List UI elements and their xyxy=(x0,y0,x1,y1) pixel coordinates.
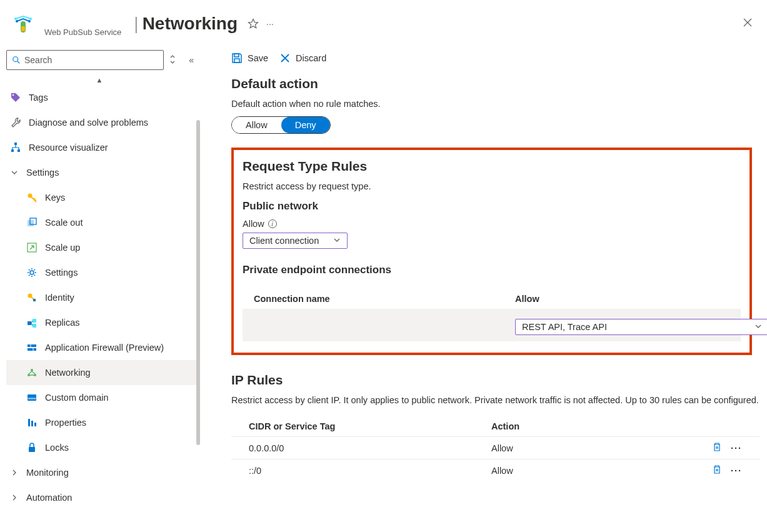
discard-button[interactable]: Discard xyxy=(279,53,326,64)
svg-rect-8 xyxy=(14,143,17,145)
close-button[interactable] xyxy=(738,13,758,36)
ip-rules-desc: Restrict access by client IP. It only ap… xyxy=(231,395,759,405)
sidebar-item-label: Properties xyxy=(45,418,86,428)
dropdown-value: REST API, Trace API xyxy=(522,322,607,332)
public-network-heading: Public network xyxy=(243,200,741,213)
sidebar-item-label: Identity xyxy=(45,293,74,303)
svg-rect-31 xyxy=(29,447,35,452)
sidebar-item-replicas[interactable]: Replicas xyxy=(6,310,196,335)
chevron-down-icon xyxy=(333,236,341,246)
sidebar-item-label: Networking xyxy=(45,368,91,378)
sidebar-item-label: Replicas xyxy=(45,318,80,328)
svg-point-7 xyxy=(13,94,14,96)
sidebar-item-networking[interactable]: Networking xyxy=(6,360,196,385)
lock-icon xyxy=(26,442,38,453)
default-action-toggle: Allow Deny xyxy=(231,116,331,134)
sidebar: « ▲ Tags Diagnose and solve problems Res… xyxy=(0,45,200,532)
sidebar-item-label: Scale out xyxy=(45,218,83,228)
chevron-right-icon xyxy=(10,494,19,501)
row-more-icon[interactable]: ··· xyxy=(731,466,742,476)
toggle-deny[interactable]: Deny xyxy=(281,117,330,133)
service-icon xyxy=(12,13,34,35)
dropdown-value: Client connection xyxy=(249,236,319,246)
service-type-label: Web PubSub Service xyxy=(44,28,121,37)
private-endpoint-allow-dropdown[interactable]: REST API, Trace API xyxy=(515,319,767,335)
sidebar-item-properties[interactable]: Properties xyxy=(6,410,196,435)
scale-out-icon xyxy=(26,217,38,228)
info-icon[interactable]: i xyxy=(268,219,277,228)
row-more-icon[interactable]: ··· xyxy=(731,443,742,453)
search-input[interactable] xyxy=(24,55,158,65)
collapse-sidebar-icon[interactable]: « xyxy=(189,55,194,65)
key-icon xyxy=(26,192,38,203)
sidebar-item-label: Tags xyxy=(29,93,48,103)
favorite-star-icon[interactable] xyxy=(248,18,259,29)
wrench-icon xyxy=(10,117,21,128)
expand-updown-icon[interactable] xyxy=(169,54,176,66)
search-box[interactable] xyxy=(6,50,164,70)
sidebar-scrollbar[interactable] xyxy=(196,120,200,445)
sidebar-item-keys[interactable]: Keys xyxy=(6,185,196,210)
scroll-up-indicator[interactable]: ▲ xyxy=(6,75,193,85)
svg-rect-17 xyxy=(33,299,36,301)
svg-point-0 xyxy=(14,18,17,20)
svg-rect-19 xyxy=(33,319,36,323)
delete-rule-button[interactable] xyxy=(712,442,722,454)
chevron-right-icon xyxy=(10,469,19,476)
search-icon xyxy=(12,56,21,64)
more-actions-icon[interactable]: ··· xyxy=(266,19,274,29)
delete-rule-button[interactable] xyxy=(712,464,722,476)
sidebar-group-monitoring[interactable]: Monitoring xyxy=(6,460,196,485)
save-label: Save xyxy=(248,53,268,63)
sidebar-item-label: Diagnose and solve problems xyxy=(29,118,148,128)
sidebar-item-app-firewall[interactable]: Application Firewall (Preview) xyxy=(6,335,196,360)
sidebar-group-label: Automation xyxy=(26,493,72,503)
page-header: Web PubSub Service | Networking ··· xyxy=(0,0,767,45)
svg-rect-10 xyxy=(18,149,20,152)
replicas-icon xyxy=(26,317,38,328)
svg-rect-20 xyxy=(33,324,36,328)
sidebar-item-identity[interactable]: Identity xyxy=(6,285,196,310)
scale-up-icon xyxy=(26,242,38,253)
sidebar-item-label: Locks xyxy=(45,443,69,453)
header-divider: | xyxy=(134,14,138,34)
sidebar-item-custom-domain[interactable]: www Custom domain xyxy=(6,385,196,410)
sidebar-item-label: Settings xyxy=(45,268,78,278)
sidebar-item-label: Custom domain xyxy=(45,393,109,403)
default-action-desc: Default action when no rule matches. xyxy=(231,99,759,109)
sidebar-item-locks[interactable]: Locks xyxy=(6,435,196,460)
sidebar-item-scale-out[interactable]: Scale out xyxy=(6,210,196,235)
ip-rule-row: 0.0.0.0/0 Allow ··· xyxy=(231,436,759,459)
svg-rect-22 xyxy=(28,348,36,351)
trash-icon xyxy=(712,442,722,452)
public-network-allow-dropdown[interactable]: Client connection xyxy=(243,233,348,249)
allow-label: Allow xyxy=(243,219,264,229)
sidebar-item-resource-visualizer[interactable]: Resource visualizer xyxy=(6,135,196,160)
action-cell: Allow xyxy=(491,443,712,453)
svg-marker-5 xyxy=(249,19,258,28)
chevron-down-icon xyxy=(10,169,19,176)
svg-point-3 xyxy=(28,20,31,23)
sidebar-group-settings[interactable]: Settings xyxy=(6,160,196,185)
svg-point-1 xyxy=(29,18,32,20)
col-allow: Allow xyxy=(515,294,729,304)
sidebar-item-settings-child[interactable]: Settings xyxy=(6,260,196,285)
svg-rect-33 xyxy=(234,59,239,63)
sidebar-item-tags[interactable]: Tags xyxy=(6,85,196,110)
discard-icon xyxy=(279,53,291,64)
svg-rect-12 xyxy=(28,220,34,226)
svg-rect-29 xyxy=(31,421,33,426)
sidebar-group-automation[interactable]: Automation xyxy=(6,485,196,510)
cidr-cell: 0.0.0.0/0 xyxy=(249,443,491,453)
action-cell: Allow xyxy=(491,466,712,476)
sidebar-group-label: Settings xyxy=(26,168,59,178)
properties-icon xyxy=(26,417,38,428)
sidebar-item-scale-up[interactable]: Scale up xyxy=(6,235,196,260)
sidebar-item-diagnose[interactable]: Diagnose and solve problems xyxy=(6,110,196,135)
col-action: Action xyxy=(491,421,742,431)
svg-rect-4 xyxy=(21,26,25,31)
svg-point-15 xyxy=(30,271,34,274)
domain-icon: www xyxy=(26,392,38,403)
save-button[interactable]: Save xyxy=(231,53,268,64)
toggle-allow[interactable]: Allow xyxy=(232,117,281,133)
